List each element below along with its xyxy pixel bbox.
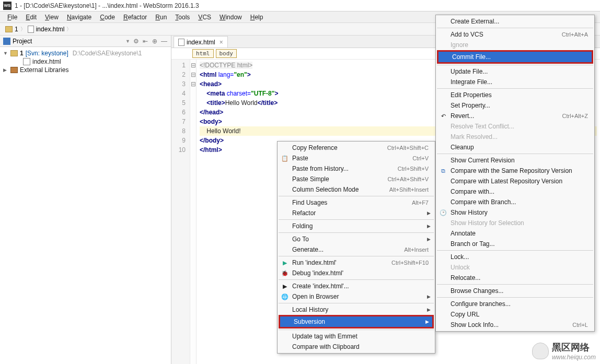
- collapse-icon[interactable]: ⇤: [142, 38, 149, 45]
- menu-item-paste-simple[interactable]: Paste SimpleCtrl+Alt+Shift+V: [279, 174, 434, 184]
- menu-file[interactable]: File: [3, 13, 21, 22]
- chevron-right-icon: 〉: [66, 26, 72, 33]
- menu-item-local-history[interactable]: Local History▶: [279, 304, 434, 315]
- project-title[interactable]: Project: [13, 38, 123, 45]
- menu-item-folding[interactable]: Folding▶: [279, 221, 434, 231]
- menu-item-find-usages[interactable]: Find UsagesAlt+F7: [279, 197, 434, 208]
- menu-item-compare-with-latest-repository-version[interactable]: Compare with Latest Repository Version: [437, 176, 593, 186]
- menu-item-open-in-browser[interactable]: 🌐Open in Browser▶: [279, 291, 434, 302]
- menu-navigate[interactable]: Navigate: [63, 13, 96, 22]
- menu-item-create-external[interactable]: Create External...: [437, 16, 593, 27]
- menu-run[interactable]: Run: [151, 13, 171, 22]
- menu-item-label: Paste: [292, 155, 308, 162]
- editor-tab[interactable]: index.html ×: [174, 36, 228, 48]
- tree-external-row[interactable]: ▶ External Libraries: [0, 66, 171, 74]
- menu-item-cleanup[interactable]: Cleanup: [437, 142, 593, 152]
- menu-item-update-tag-with-emmet[interactable]: Update tag with Emmet: [279, 331, 434, 342]
- menu-item-label: Create 'index.html'...: [292, 283, 349, 290]
- tree-external-label: External Libraries: [20, 66, 68, 74]
- menu-item-copy-reference[interactable]: Copy ReferenceCtrl+Alt+Shift+C: [279, 143, 434, 153]
- subversion-submenu: Create External...Add to VCSCtrl+Alt+AIg…: [435, 15, 595, 332]
- menu-item-lock[interactable]: Lock...: [437, 252, 593, 262]
- menu-item-label: Edit Properties: [451, 91, 492, 99]
- menu-item-label: Subversion: [294, 318, 325, 325]
- tree-root-row[interactable]: ▼ 1 [Svn: keystone] D:\Code\SAE\keystone…: [0, 49, 171, 57]
- menu-item-label: Show History for Selection: [451, 219, 524, 227]
- gear-icon[interactable]: ⚙: [132, 38, 140, 45]
- menu-vcs[interactable]: VCS: [194, 13, 215, 22]
- menu-item-show-history[interactable]: 🕑Show History: [437, 207, 593, 218]
- submenu-arrow-icon: ▶: [427, 224, 431, 229]
- target-icon[interactable]: ⊕: [151, 38, 158, 45]
- menu-item-compare-with[interactable]: Compare with...: [437, 186, 593, 197]
- menu-item-update-file[interactable]: Update File...: [437, 66, 593, 77]
- menu-item-debug-index-html[interactable]: 🐞Debug 'index.html': [279, 268, 434, 278]
- menu-edit[interactable]: Edit: [21, 13, 41, 22]
- nav-root[interactable]: 1: [15, 26, 18, 33]
- menu-item-relocate[interactable]: Relocate...: [437, 273, 593, 283]
- menu-item-compare-with-clipboard[interactable]: Compare with Clipboard: [279, 342, 434, 352]
- menu-item-label: Go To: [292, 236, 309, 243]
- menu-item-annotate[interactable]: Annotate: [437, 228, 593, 239]
- menu-item-show-lock-info[interactable]: Show Lock Info...Ctrl+L: [437, 320, 593, 330]
- menu-item-edit-properties[interactable]: Edit Properties: [437, 90, 593, 100]
- menu-item-go-to[interactable]: Go To▶: [279, 234, 434, 244]
- menu-item-create-index-html[interactable]: ▶Create 'index.html'...: [279, 281, 434, 291]
- menu-item-label: Browse Changes...: [451, 287, 503, 295]
- menu-item-add-to-vcs[interactable]: Add to VCSCtrl+Alt+A: [437, 29, 593, 40]
- close-icon[interactable]: ×: [220, 39, 223, 46]
- project-tool-header: Project ▼ ⚙ ⇤ ⊕ —: [0, 36, 171, 47]
- dropdown-icon[interactable]: ▼: [125, 39, 130, 44]
- expand-toggle-icon[interactable]: ▶: [3, 67, 8, 73]
- menu-item-compare-with-branch[interactable]: Compare with Branch...: [437, 197, 593, 207]
- menu-view[interactable]: View: [41, 13, 63, 22]
- shortcut-label: Ctrl+Shift+F10: [391, 260, 429, 266]
- menu-refactor[interactable]: Refactor: [119, 13, 151, 22]
- menu-item-integrate-file[interactable]: Integrate File...: [437, 77, 593, 87]
- file-icon: [28, 26, 34, 33]
- menu-item-label: Configure branches...: [451, 300, 511, 308]
- submenu-arrow-icon: ▶: [427, 294, 431, 299]
- minimize-icon[interactable]: —: [160, 38, 168, 45]
- menu-help[interactable]: Help: [246, 13, 268, 22]
- window-title: 1 - [D:\Code\SAE\keystone\1] - ...\index…: [15, 2, 199, 9]
- menu-item-revert[interactable]: ↶Revert...Ctrl+Alt+Z: [437, 111, 593, 121]
- menu-item-resolve-text-conflict: Resolve Text Conflict...: [437, 121, 593, 132]
- menu-item-browse-changes[interactable]: Browse Changes...: [437, 286, 593, 296]
- menu-item-subversion[interactable]: Subversion▶: [279, 315, 434, 328]
- menu-item-show-current-revision[interactable]: Show Current Revision: [437, 155, 593, 166]
- breadcrumb-tag[interactable]: body: [216, 49, 237, 58]
- breadcrumb-tag[interactable]: html: [192, 49, 214, 58]
- menu-item-label: Run 'index.html': [292, 259, 337, 266]
- expand-toggle-icon[interactable]: ▼: [3, 51, 8, 56]
- menu-window[interactable]: Window: [215, 13, 246, 22]
- menu-item-label: Show Lock Info...: [451, 321, 499, 328]
- menu-item-ignore: Ignore: [437, 40, 593, 50]
- menu-item-label: Paste from History...: [292, 165, 349, 172]
- shortcut-label: Alt+Insert: [404, 246, 429, 253]
- tree-file-row[interactable]: index.html: [0, 57, 171, 66]
- menu-item-copy-url[interactable]: Copy URL: [437, 309, 593, 320]
- nav-file[interactable]: index.html: [36, 26, 65, 33]
- menu-item-branch-or-tag[interactable]: Branch or Tag...: [437, 239, 593, 249]
- menu-item-commit-file[interactable]: Commit File...: [437, 50, 593, 64]
- menu-item-refactor[interactable]: Refactor▶: [279, 208, 434, 218]
- shortcut-label: Ctrl+V: [412, 155, 429, 161]
- menu-item-label: Set Property...: [451, 102, 490, 109]
- shortcut-label: Alt+Shift+Insert: [389, 186, 429, 193]
- menu-item-compare-with-the-same-repository-version[interactable]: ⧉Compare with the Same Repository Versio…: [437, 166, 593, 176]
- menu-item-label: Mark Resolved...: [451, 133, 498, 140]
- menu-item-generate[interactable]: Generate...Alt+Insert: [279, 244, 434, 255]
- menu-item-unlock: Unlock: [437, 262, 593, 273]
- menu-item-run-index-html[interactable]: ▶Run 'index.html'Ctrl+Shift+F10: [279, 257, 434, 268]
- menu-code[interactable]: Code: [96, 13, 119, 22]
- menu-item-configure-branches[interactable]: Configure branches...: [437, 299, 593, 309]
- menu-item-paste[interactable]: 📋PasteCtrl+V: [279, 153, 434, 163]
- menu-item-paste-from-history[interactable]: Paste from History...Ctrl+Shift+V: [279, 163, 434, 174]
- paste-icon: 📋: [281, 154, 289, 162]
- menu-tools[interactable]: Tools: [171, 13, 194, 22]
- menu-item-column-selection-mode[interactable]: Column Selection ModeAlt+Shift+Insert: [279, 184, 434, 195]
- project-icon: [3, 38, 10, 45]
- menu-item-set-property[interactable]: Set Property...: [437, 100, 593, 111]
- watermark: 黑区网络 www.heiqu.com: [532, 341, 596, 361]
